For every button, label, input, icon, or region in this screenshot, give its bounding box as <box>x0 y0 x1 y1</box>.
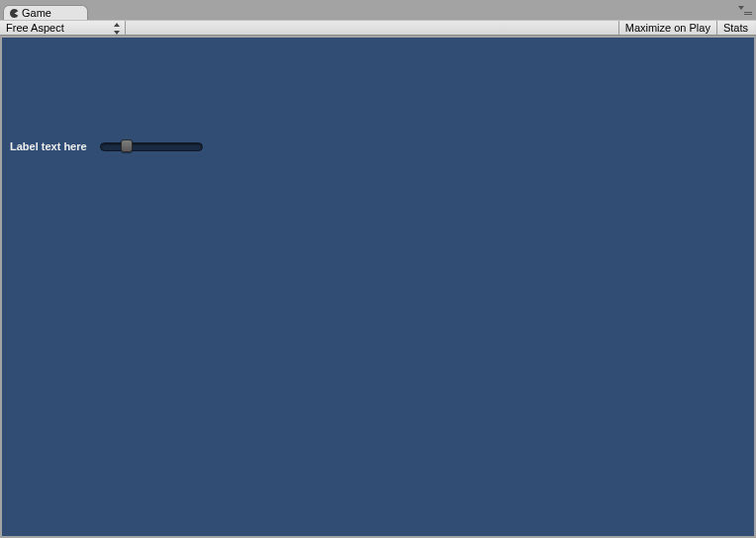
gui-slider[interactable] <box>100 139 203 153</box>
slider-thumb[interactable] <box>121 139 133 152</box>
stats-label: Stats <box>723 22 748 34</box>
maximize-on-play-toggle[interactable]: Maximize on Play <box>619 21 717 35</box>
gui-row: Label text here <box>10 139 203 153</box>
tab-strip: Game <box>0 4 756 20</box>
game-tab-icon <box>10 9 19 18</box>
tab-title: Game <box>22 7 51 19</box>
game-toolbar: Free Aspect Maximize on Play Stats <box>0 20 756 36</box>
game-view-container: Label text here <box>0 36 756 538</box>
game-viewport: Label text here <box>2 38 754 536</box>
maximize-label: Maximize on Play <box>625 22 710 34</box>
tab-game[interactable]: Game <box>3 5 88 20</box>
gui-label: Label text here <box>10 140 87 152</box>
tab-options-menu[interactable] <box>738 6 752 16</box>
aspect-dropdown[interactable]: Free Aspect <box>0 21 126 35</box>
slider-track <box>100 142 203 151</box>
updown-arrows-icon <box>114 23 121 35</box>
toolbar-spacer <box>126 21 619 35</box>
stats-toggle[interactable]: Stats <box>717 21 754 35</box>
aspect-value: Free Aspect <box>6 22 64 34</box>
game-window: Game Free Aspect Maximize on Play Stats … <box>0 0 756 538</box>
